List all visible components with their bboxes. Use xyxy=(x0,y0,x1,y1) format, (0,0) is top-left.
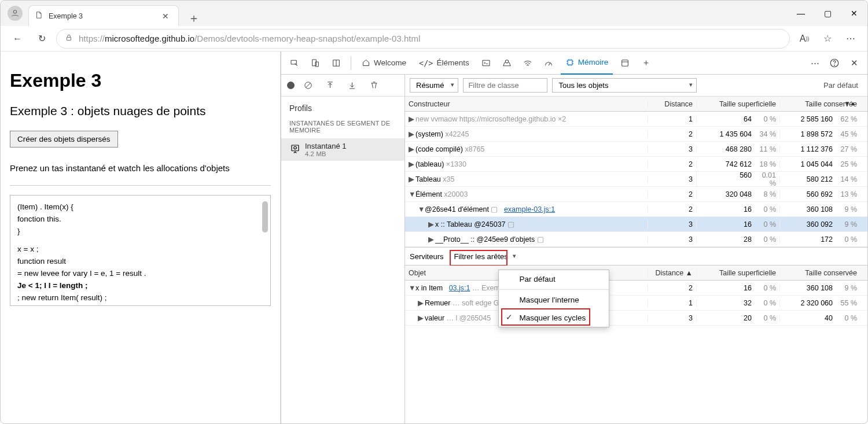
memory-main: Résumé Tous les objets Par défaut Constr… xyxy=(405,75,867,423)
table-row[interactable]: ▶valeur … l @2650453200 %400 % xyxy=(405,311,867,326)
profile-avatar[interactable] xyxy=(8,6,23,21)
maximize-button[interactable]: ▢ xyxy=(814,2,841,25)
svg-line-24 xyxy=(306,83,311,88)
code-line: } xyxy=(17,226,263,238)
network-icon[interactable] xyxy=(519,54,536,72)
memory-filterbar: Résumé Tous les objets Par défaut xyxy=(405,75,867,97)
tab-welcome[interactable]: Welcome xyxy=(357,51,411,75)
heap-snapshots-label: INSTANTANÉS DE SEGMENT DE MÉMOIRE xyxy=(281,120,404,138)
menu-default[interactable]: Par défaut xyxy=(499,270,609,288)
col-shallow-2[interactable]: Taille superficielle xyxy=(696,269,779,277)
table-row[interactable]: ▼@26se41 d'élément ▢ example-03.js:12160… xyxy=(405,202,867,217)
grouping-dropdown[interactable]: Par défaut xyxy=(823,81,863,90)
svg-rect-25 xyxy=(292,145,299,151)
application-icon[interactable] xyxy=(616,54,634,72)
snapshot-name: Instantané 1 xyxy=(305,142,347,150)
col-shallow[interactable]: Taille superficielle xyxy=(696,100,779,108)
page-content: Exemple 3 Exemple 3 : objets nuages de p… xyxy=(1,51,281,423)
dock-icon[interactable] xyxy=(328,54,345,72)
favorite-icon[interactable]: ☆ xyxy=(818,29,837,49)
svg-rect-19 xyxy=(622,60,628,66)
back-button[interactable]: ← xyxy=(8,29,27,49)
tab-memory[interactable]: Mémoire xyxy=(561,51,613,75)
col-retained-2[interactable]: Taille conservée xyxy=(779,269,867,277)
objects-dropdown[interactable]: Tous les objets xyxy=(552,78,697,93)
download-icon[interactable] xyxy=(343,77,361,94)
device-icon[interactable] xyxy=(307,54,324,72)
tab-title: Exemple 3 xyxy=(49,12,159,20)
gc-icon[interactable] xyxy=(365,77,382,94)
browser-tab-active[interactable]: Exemple 3 ✕ xyxy=(28,5,179,26)
tab-close-button[interactable]: ✕ xyxy=(159,12,172,21)
codebox-scrollbar[interactable] xyxy=(261,198,269,304)
table-row[interactable]: ▶(code compilé) x87653468 28011 %1 112 3… xyxy=(405,142,867,157)
page-paragraph: Prenez un tas instantané et watch les al… xyxy=(10,161,271,175)
col-distance[interactable]: Distance xyxy=(648,100,696,108)
svg-point-0 xyxy=(13,10,16,13)
lock-icon xyxy=(65,34,73,43)
highlight-filter-dropdown xyxy=(450,250,507,266)
more-tabs-button[interactable]: ＋ xyxy=(637,54,654,72)
sources-icon[interactable] xyxy=(498,54,516,72)
table-row[interactable]: ▶(tableau) ×13302742 61218 %1 045 04425 … xyxy=(405,157,867,172)
highlight-hide-cycles xyxy=(501,308,590,326)
page-icon xyxy=(35,11,43,21)
col-distance-2[interactable]: Distance ▲ xyxy=(648,269,696,277)
memory-controls xyxy=(281,75,404,97)
record-button[interactable] xyxy=(287,82,295,89)
table-row[interactable]: ▶Tableau x3535600.01 %580 21214 % xyxy=(405,172,867,187)
retainers-header: Objet Distance ▲ Taille superficielle Ta… xyxy=(405,266,867,281)
svg-line-9 xyxy=(549,63,550,65)
table-row[interactable]: ▶Remuer … soft edge GitHub :1320 %2 320 … xyxy=(405,296,867,311)
svg-rect-2 xyxy=(291,60,296,64)
col-retained[interactable]: Taille conservée▼▲ xyxy=(779,100,867,108)
col-constructor[interactable]: Constructeur xyxy=(405,100,648,108)
code-line: (Item) . Item(x) { xyxy=(17,201,263,213)
class-filter-input[interactable] xyxy=(463,78,547,93)
snapshot-icon xyxy=(290,143,300,156)
table-row[interactable]: ▼x in Item 03.js:1 … Exemple-2160 %360 1… xyxy=(405,281,867,296)
performance-icon[interactable] xyxy=(540,54,557,72)
url-host: microsoftedge.github.io xyxy=(105,34,194,43)
main-split: Exemple 3 Exemple 3 : objets nuages de p… xyxy=(1,51,867,423)
page-h2: Exemple 3 : objets nuages de points xyxy=(10,104,271,118)
url-input[interactable]: https:// microsoftedge.github.io /Demos/… xyxy=(56,29,790,49)
table-row[interactable]: ▼Élément x200032320 0488 %560 69213 % xyxy=(405,187,867,202)
upload-icon[interactable] xyxy=(321,77,339,94)
code-line: = new levee for vary I = e, 1 = result . xyxy=(17,268,263,280)
address-bar: ← ↻ https:// microsoftedge.github.io /De… xyxy=(1,26,867,51)
refresh-button[interactable]: ↻ xyxy=(32,29,52,49)
more-button[interactable]: ⋯ xyxy=(841,29,860,49)
inspect-icon[interactable] xyxy=(286,54,303,72)
table-row[interactable]: ▶(system) x4224521 435 60434 %1 898 5724… xyxy=(405,127,867,142)
minimize-button[interactable]: — xyxy=(788,2,814,25)
console-icon[interactable] xyxy=(477,54,495,72)
code-line: ; new return Item( result) ; xyxy=(17,292,263,304)
table-row[interactable]: ▶__Proto__ :: @245ee9 d'objets ▢3280 %17… xyxy=(405,232,867,247)
svg-rect-1 xyxy=(67,37,71,40)
read-aloud-icon[interactable]: A)) xyxy=(795,29,814,49)
create-objects-button[interactable]: Créer des objets dispersés xyxy=(10,131,118,148)
devtools-more-button[interactable]: ⋯ xyxy=(806,54,823,72)
tab-elements[interactable]: </>Éléments xyxy=(414,51,474,75)
devtools-close-button[interactable]: ✕ xyxy=(845,54,863,72)
new-tab-button[interactable]: ＋ xyxy=(179,10,209,26)
retainers-label: Serviteurs xyxy=(410,252,444,261)
url-path: /Demos/devtools-memory-heap-snapshot/exa… xyxy=(194,34,420,43)
code-line: function result xyxy=(17,256,263,268)
snapshot-item[interactable]: Instantané 1 4.2 MB xyxy=(281,138,404,161)
constructors-grid: ▶new vvmaow https://microsoftedge.github… xyxy=(405,112,867,247)
summary-dropdown[interactable]: Résumé xyxy=(410,78,458,93)
svg-point-8 xyxy=(505,60,508,62)
close-window-button[interactable]: ✕ xyxy=(841,2,867,25)
separator xyxy=(10,185,271,186)
svg-point-22 xyxy=(834,65,835,65)
profiles-label: Profils xyxy=(281,97,404,120)
devtools-help-button[interactable] xyxy=(826,54,843,72)
table-row[interactable]: ▶new vvmaow https://microsoftedge.github… xyxy=(405,112,867,127)
tab-strip: Exemple 3 ✕ ＋ xyxy=(28,1,209,26)
menu-hide-internal[interactable]: Masquer l'interne xyxy=(499,291,609,309)
table-row[interactable]: ▶x :: Tableau @245037 ▢3160 %360 0929 % xyxy=(405,217,867,232)
url-scheme: https:// xyxy=(79,34,105,43)
clear-button[interactable] xyxy=(299,77,317,94)
